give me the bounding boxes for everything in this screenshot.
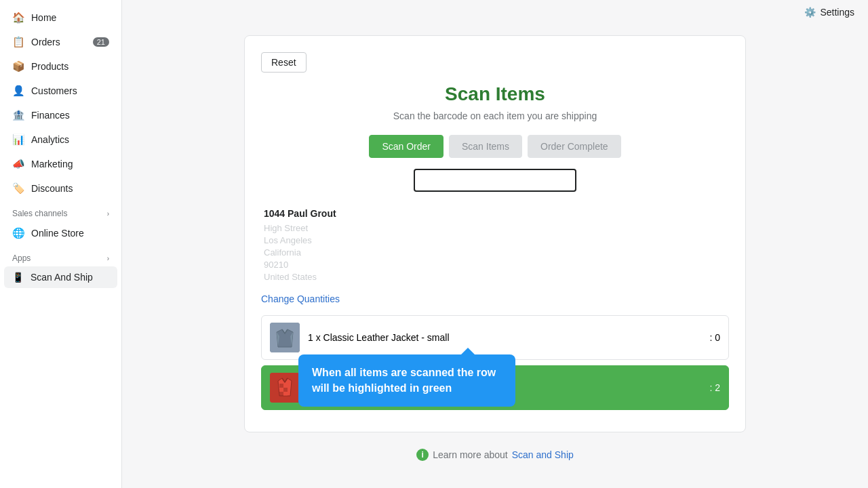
settings-button[interactable]: ⚙️ Settings: [804, 7, 854, 18]
sales-channels-section: Sales channels ›: [0, 201, 121, 221]
sidebar-item-marketing[interactable]: 📣 Marketing: [4, 152, 117, 176]
svg-rect-3: [283, 384, 288, 388]
svg-rect-5: [283, 388, 288, 392]
customers-icon: 👤: [12, 85, 24, 97]
products-icon: 📦: [12, 60, 24, 73]
sidebar-item-finances[interactable]: 🏦 Finances: [4, 104, 117, 127]
main-content: ⚙️ Settings Reset Scan Items Scan the ba…: [122, 0, 868, 488]
sidebar-item-scan-and-ship-label: Scan And Ship: [31, 272, 93, 283]
info-icon: i: [416, 449, 429, 461]
scan-input[interactable]: [414, 169, 576, 192]
order-line2: Los Angeles: [264, 235, 729, 245]
sidebar-item-finances-label: Finances: [31, 110, 70, 121]
page-subtitle: Scan the barcode on each item you are sh…: [261, 110, 729, 121]
svg-rect-2: [279, 384, 283, 388]
svg-rect-6: [279, 392, 283, 396]
svg-rect-4: [279, 388, 283, 392]
sidebar-item-orders[interactable]: 📋 Orders 21: [4, 30, 117, 54]
finances-icon: 🏦: [12, 109, 24, 121]
sidebar: 🏠 Home 📋 Orders 21 📦 Products 👤 Customer…: [0, 0, 122, 488]
settings-label: Settings: [820, 7, 854, 18]
orders-icon: 📋: [12, 36, 24, 48]
analytics-icon: 📊: [12, 134, 24, 146]
product-1-count: : 0: [709, 332, 720, 343]
sidebar-item-analytics[interactable]: 📊 Analytics: [4, 128, 117, 151]
tab-bar: Scan Order Scan Items Order Complete: [261, 135, 729, 158]
marketing-icon: 📣: [12, 158, 24, 170]
reset-button[interactable]: Reset: [261, 52, 307, 73]
product-2-thumbnail: [270, 373, 300, 403]
sidebar-item-online-store-label: Online Store: [31, 228, 84, 239]
learn-more-section: i Learn more about Scan and Ship: [136, 449, 854, 461]
page-title: Scan Items: [261, 83, 729, 105]
sidebar-item-home[interactable]: 🏠 Home: [4, 6, 117, 29]
scan-and-ship-icon: 📱: [12, 272, 24, 283]
sidebar-item-discounts-label: Discounts: [31, 183, 73, 194]
tab-scan-items[interactable]: Scan Items: [449, 135, 522, 158]
sidebar-item-customers[interactable]: 👤 Customers: [4, 79, 117, 102]
home-icon: 🏠: [12, 12, 24, 24]
sidebar-item-products[interactable]: 📦 Products: [4, 55, 117, 78]
online-store-icon: 🌐: [12, 227, 24, 239]
product-1-thumbnail: [270, 323, 300, 352]
chevron-right-icon: ›: [107, 210, 109, 218]
sidebar-item-products-label: Products: [31, 61, 68, 72]
sidebar-item-orders-label: Orders: [31, 37, 60, 47]
gear-icon: ⚙️: [804, 7, 816, 18]
sidebar-item-home-label: Home: [31, 12, 56, 23]
sidebar-item-marketing-label: Marketing: [31, 159, 73, 169]
product-row-1: 1 x Classic Leather Jacket - small : 0: [261, 315, 729, 360]
content-area: Reset Scan Items Scan the barcode on eac…: [122, 24, 868, 488]
tooltip-text: When all items are scanned the row will …: [312, 367, 496, 393]
order-number: 1044 Paul Grout: [264, 208, 729, 219]
tab-order-complete[interactable]: Order Complete: [528, 135, 621, 158]
order-line5: United States: [264, 272, 729, 282]
topbar: ⚙️ Settings: [122, 0, 868, 24]
sidebar-item-discounts[interactable]: 🏷️ Discounts: [4, 177, 117, 200]
learn-more-link[interactable]: Scan and Ship: [512, 449, 574, 460]
order-line4: 90210: [264, 260, 729, 270]
product-1-name: 1 x Classic Leather Jacket - small: [308, 332, 701, 343]
svg-rect-7: [283, 392, 288, 396]
sidebar-item-scan-and-ship[interactable]: 📱 Scan And Ship: [4, 266, 117, 288]
apps-section: Apps ›: [0, 245, 121, 266]
order-info: 1044 Paul Grout High Street Los Angeles …: [261, 208, 729, 282]
order-line3: California: [264, 247, 729, 258]
product-2-count: : 2: [709, 382, 720, 393]
tab-scan-order[interactable]: Scan Order: [369, 135, 443, 158]
order-line1: High Street: [264, 223, 729, 233]
sidebar-item-customers-label: Customers: [31, 85, 77, 96]
change-quantities-link[interactable]: Change Quantities: [261, 293, 340, 304]
tooltip-bubble: When all items are scanned the row will …: [298, 354, 515, 407]
learn-more-prefix: Learn more about: [433, 449, 508, 460]
sidebar-item-online-store[interactable]: 🌐 Online Store: [4, 222, 117, 245]
chevron-right-icon-apps: ›: [107, 255, 109, 262]
discounts-icon: 🏷️: [12, 182, 24, 195]
orders-badge: 21: [93, 37, 109, 47]
sidebar-item-analytics-label: Analytics: [31, 134, 69, 145]
